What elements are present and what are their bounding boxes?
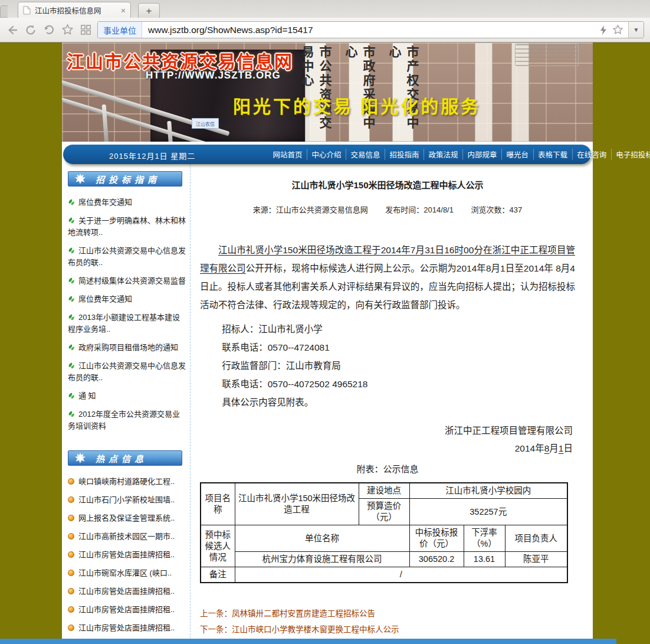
guide-list-item[interactable]: 关于进一步明确森林、林木和林地流转项.. [68,215,187,238]
hot-list-item[interactable]: 江山市房管处店面挂牌招租.. [68,586,187,597]
nav-menu-item[interactable]: 电子招投标 [611,149,650,160]
guide-list-item[interactable]: 江山市公共资源交易中心信息发布员的联.. [68,360,187,384]
maple-leaf-icon [74,174,86,184]
hot-list-item[interactable]: 江山市房管处店面挂牌招租.. [68,604,187,616]
nav-menu-item[interactable]: 在线咨询 [572,149,611,160]
orange-ball-bullet-icon [68,551,74,558]
nav-menu-item[interactable]: 交易信息 [346,149,385,160]
nav-menu-item[interactable]: 中心介绍 [307,149,346,160]
site-url: HTTP://WWW.JSZTB.ORG [146,70,281,81]
reload-icon[interactable] [24,24,37,37]
nav-menu-item[interactable]: 政策法规 [424,149,462,160]
meta-view-count: 浏览次数：437 [471,205,523,214]
tab-close-icon[interactable]: × [121,6,126,15]
cell-candidate-label: 预中标候选人情况 [201,525,235,567]
guide-list-item[interactable]: 2012年度全市公共资源交易业务培训资料 [68,408,187,432]
orange-ball-bullet-icon [68,533,74,540]
bookmark-star-icon[interactable] [61,24,74,37]
hot-list-item[interactable]: 江山市高新技术园区一期市.. [68,531,187,542]
green-leaf-bullet-icon [68,277,75,284]
cell-manager-value: 陈亚平 [505,552,567,567]
guide-list-item[interactable]: 政府采购项目租借场地的通知 [68,342,187,354]
attachment-label: 附表：公示信息 [200,462,575,475]
green-leaf-bullet-icon [68,392,75,399]
orange-ball-bullet-icon [68,588,74,594]
green-leaf-bullet-icon [68,247,75,254]
favorite-star-icon[interactable] [612,24,623,35]
guide-list-item[interactable]: 席位费年交通知 [68,293,187,305]
guide-list-item[interactable]: 席位费年交通知 [68,197,187,208]
site-banner: 市公共资源交易中心市政府采购中心市产权交易中心 江山农信 江山市公共资源交易信息… [62,43,593,142]
site-page: 市公共资源交易中心市政府采购中心市产权交易中心 江山农信 江山市公共资源交易信息… [62,43,593,639]
cell-rate-value: 13.61 [464,552,505,567]
hot-list-item[interactable]: 江山市房管处店面挂牌招租.. [68,549,187,561]
meta-publish-time: 发布时间：2014/8/1 [385,205,454,214]
green-leaf-bullet-icon [68,344,75,351]
cell-budget-value: 352257元 [409,499,567,525]
content-area: 招投标指南 席位费年交通知 关于进一步明确森林、林木和林地流转项.. 江山市公共… [62,164,593,644]
hot-list-item[interactable]: 江山市碗窑水库灌区 (峡口.. [68,567,187,579]
sidebar-header-guide: 招投标指南 [68,171,182,187]
cell-unit-label: 单位名称 [235,525,409,552]
article-title: 江山市礼贤小学150米田径场改造工程中标人公示 [200,178,575,191]
footer-bar [0,639,616,644]
browser-chrome: 江山市招投标信息网 × + 事业单位 www.jsztb.org/ShowNew… [0,0,650,43]
guide-list-item[interactable]: 江山市公共资源交易中心信息发布员的联.. [68,245,187,269]
hot-list-item[interactable]: 江山市石门小学新校址围墙.. [68,494,187,506]
apps-grid-icon[interactable] [79,24,92,37]
guide-list-item[interactable]: 简述村级集体公共资源交易监督 [68,275,187,287]
contact-info-block: 招标人：江山市礼贤小学联系电话：0570--4724081行政监督部门：江山市教… [200,320,575,411]
url-dropdown-icon[interactable]: ▼ [628,22,644,38]
hot-list-item[interactable]: 峡口镇峡南村道路硬化工程.. [68,476,187,488]
article-meta: 来源：江山市公共资源交易信息网 发布时间：2014/8/1 浏览次数：437 [200,204,575,215]
bid-result-table: 项目名称 江山市礼贤小学150米田径场改造工程 建设地点 江山市礼贤小学校园内 … [200,482,568,583]
site-slogan: 阳光下的交易 阳光化的服务 [233,92,481,118]
quick-action-lightning-icon[interactable] [599,25,608,35]
air-conditioner [515,44,579,66]
history-back-icon[interactable] [42,24,55,37]
tab-edge-stub [0,5,8,18]
article: 江山市礼贤小学150米田径场改造工程中标人公示 来源：江山市公共资源交易信息网 … [191,164,593,644]
orange-ball-bullet-icon [68,478,74,485]
cell-manager-label: 项目负责人 [505,525,567,552]
signature-date: 2014年8月1日 [200,440,573,457]
nav-menu-item[interactable]: 内部规章 [462,149,501,160]
hot-list-item[interactable]: 江山市房管处店面挂牌招租.. [68,622,187,634]
address-bar[interactable]: 事业单位 www.jsztb.org/ShowNews.asp?id=15417… [97,21,644,38]
next-article-link[interactable]: 下一条：江山市峡口小学教学楼木窗更换工程中标人公示 [200,622,575,638]
prev-article-link[interactable]: 上一条：凤林镇卅二都村安置房建造工程招标公告 [200,606,575,622]
guide-list-item[interactable]: 2013年小额建设工程基本建设程序业务培.. [68,312,187,335]
green-leaf-bullet-icon [68,410,75,417]
contact-info-line: 联系电话：0570--4072502 4965218 [200,375,575,393]
guide-list: 席位费年交通知 关于进一步明确森林、林木和林地流转项.. 江山市公共资源交易中心… [65,189,190,432]
nav-menu-item[interactable]: 表格下载 [533,149,572,160]
back-icon[interactable] [6,24,19,37]
prev-next-block: 上一条：凤林镇卅二都村安置房建造工程招标公告 下一条：江山市峡口小学教学楼木窗更… [200,606,575,638]
page-icon [23,6,31,15]
green-leaf-bullet-icon [68,313,75,321]
hot-list-item[interactable]: 网上报名及保证金管理系统.. [68,512,187,524]
nav-menu-item[interactable]: 曝光台 [501,149,533,160]
browser-tab[interactable]: 江山市招投标信息网 × [18,2,131,18]
contact-info-line: 行政监督部门：江山市教育局 [200,357,575,375]
new-tab-button[interactable]: + [138,3,160,18]
url-text[interactable]: www.jsztb.org/ShowNews.asp?id=15417 [142,25,595,35]
orange-ball-bullet-icon [68,625,74,631]
orange-ball-bullet-icon [68,570,74,576]
cell-location-label: 建设地点 [359,483,409,499]
contact-info-line: 具体公示内容见附表。 [200,393,575,411]
guide-list-item[interactable]: 通 知 [68,390,187,402]
cell-unit-value: 杭州宝力体育设施工程有限公司 [235,552,409,567]
green-leaf-bullet-icon [68,362,75,369]
contact-info-line: 招标人：江山市礼贤小学 [200,320,575,338]
main-navbar: 2015年12月1日 星期二 网站首页中心介绍交易信息招投指南政策法规内部规章曝… [63,145,591,164]
sidebar-hot-title: 热点信息 [96,452,147,465]
sidebar: 招投标指南 席位费年交通知 关于进一步明确森林、林木和林地流转项.. 江山市公共… [62,164,191,644]
cell-rate-label: 下浮率（%） [464,525,505,552]
nav-menu-item[interactable]: 招投指南 [385,149,424,160]
meta-source: 来源：江山市公共资源交易信息网 [253,205,368,214]
nav-date: 2015年12月1日 星期二 [109,150,195,161]
nav-menu-item[interactable]: 网站首页 [268,149,307,160]
cell-project-label: 项目名称 [201,483,235,525]
sidebar-guide-title: 招投标指南 [96,173,160,185]
